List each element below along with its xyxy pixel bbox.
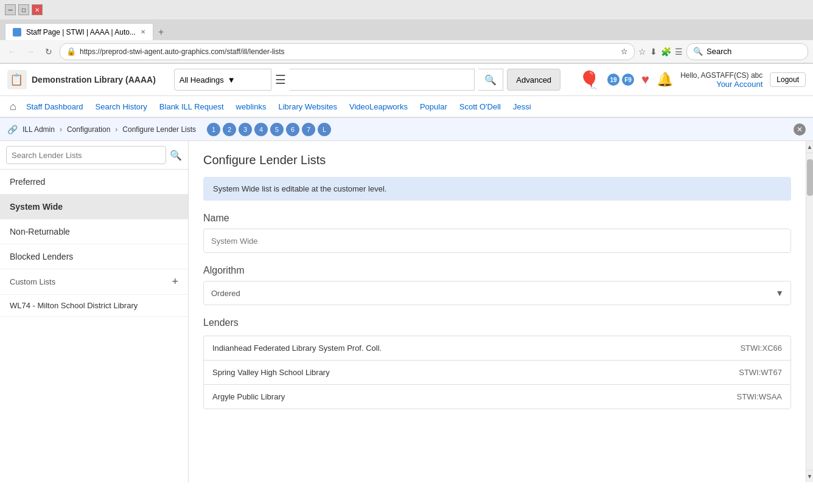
panel-title: Configure Lender Lists [203,153,791,167]
search-heading-label: All Headings [180,75,224,85]
scroll-up-button[interactable]: ▲ [806,141,814,153]
logout-button[interactable]: Logout [770,72,806,87]
algorithm-select-wrapper: Ordered ▼ [203,281,791,305]
sidebar-search-input[interactable] [6,146,166,164]
browser-search-bar[interactable]: 🔍 Search [686,43,808,60]
page-num-l[interactable]: L [318,123,331,136]
right-panel: Configure Lender Lists System Wide list … [189,141,806,482]
lender-code-2: STWI:WSAA [737,392,782,401]
app-header: 📋 Demonstration Library (AAAA) All Headi… [0,64,813,96]
sidebar-item-non-returnable[interactable]: Non-Returnable [0,219,188,244]
nav-item-search-history[interactable]: Search History [91,100,152,114]
close-button[interactable]: ✕ [32,4,43,15]
page-num-2[interactable]: 2 [223,123,236,136]
page-num-6[interactable]: 6 [286,123,299,136]
extensions-icon[interactable]: 🧩 [661,47,671,57]
nav-item-staff-dashboard[interactable]: Staff Dashboard [21,100,88,114]
sidebar-custom-section: Custom Lists + [0,269,188,295]
app-header-top: 📋 Demonstration Library (AAAA) All Headi… [0,64,813,95]
nav-item-videoleapworks[interactable]: VideoLeapworks [344,100,413,114]
sidebar-item-system-wide[interactable]: System Wide [0,195,188,219]
tabs-bar: Staff Page | STWI | AAAA | Auto... ✕ + [0,19,813,40]
browser-tab[interactable]: Staff Page | STWI | AAAA | Auto... ✕ [5,23,153,40]
page-num-5[interactable]: 5 [270,123,284,136]
lender-row-0: Indianhead Federated Library System Prof… [203,336,791,360]
header-right: 🎈 19 F9 ♥ 🔔 Hello, AGSTAFF(CS) abc Your … [579,70,806,90]
breadcrumb-bar: 🔗 ILL Admin › Configuration › Configure … [0,118,813,141]
app-nav: ⌂ Staff Dashboard Search History Blank I… [0,96,813,118]
lock-icon: 🔒 [66,47,76,56]
scroll-down-button[interactable]: ▼ [806,470,814,482]
f9-badge[interactable]: F9 [622,74,634,86]
title-bar-left: ─ □ ✕ [5,4,43,15]
scroll-thumb[interactable] [807,159,813,196]
sidebar: 🔍 Preferred System Wide Non-Returnable B… [0,141,189,482]
page-num-3[interactable]: 3 [239,123,252,136]
breadcrumb-close-button[interactable]: ✕ [794,123,806,136]
url-bar[interactable]: 🔒 https://preprod-stwi-agent.auto-graphi… [60,43,635,60]
balloon-icon: 🎈 [579,70,600,90]
lender-name-0: Indianhead Federated Library System Prof… [212,343,382,353]
nav-item-weblinks[interactable]: weblinks [231,100,271,114]
browser-chrome: ─ □ ✕ Staff Page | STWI | AAAA | Auto...… [0,0,813,64]
browser-search-label: Search [707,47,731,56]
sidebar-search: 🔍 [0,141,188,170]
breadcrumb-configure-lender-lists[interactable]: Configure Lender Lists [122,125,196,134]
heart-icon[interactable]: ♥ [641,72,649,88]
nav-item-jessi[interactable]: Jessi [508,100,536,114]
badge-group: 19 F9 [607,74,634,86]
breadcrumb-ill-admin[interactable]: ILL Admin [23,125,55,134]
app-title: Demonstration Library (AAAA) [32,75,156,85]
search-input[interactable] [290,69,475,91]
new-tab-button[interactable]: + [153,24,169,40]
lenders-table: Indianhead Federated Library System Prof… [203,336,791,409]
search-button[interactable]: 🔍 [478,69,503,91]
account-dropdown[interactable]: Your Account [680,80,762,89]
nav-item-popular[interactable]: Popular [415,100,452,114]
nav-item-blank-ill[interactable]: Blank ILL Request [155,100,229,114]
back-button[interactable]: ← [5,44,19,59]
tab-close-button[interactable]: ✕ [141,29,145,35]
sidebar-add-custom-button[interactable]: + [172,275,178,288]
sidebar-search-button[interactable]: 🔍 [170,150,182,161]
breadcrumb-configuration[interactable]: Configuration [67,125,110,134]
header-user-name: Hello, AGSTAFF(CS) abc [680,71,762,80]
stack-icon[interactable]: ☰ [275,72,286,87]
forward-button[interactable]: → [23,44,38,59]
search-heading-dropdown[interactable]: All Headings ▼ [174,69,271,91]
window-controls: ─ □ ✕ [5,4,43,15]
page-num-1[interactable]: 1 [207,123,220,136]
bell-icon[interactable]: 🔔 [657,72,673,88]
advanced-button[interactable]: Advanced [507,69,560,91]
home-nav-button[interactable]: ⌂ [7,98,19,116]
title-bar: ─ □ ✕ [0,0,813,19]
reload-button[interactable]: ↻ [41,44,56,59]
right-scrollbar[interactable]: ▲ ▼ [806,141,813,482]
download-icon[interactable]: ⬇ [650,47,657,57]
nav-item-library-websites[interactable]: Library Websites [273,100,342,114]
minimize-button[interactable]: ─ [5,4,16,15]
page-num-4[interactable]: 4 [254,123,268,136]
algorithm-select[interactable]: Ordered [203,281,791,305]
notification-badge[interactable]: 19 [607,74,619,86]
page-num-7[interactable]: 7 [302,123,315,136]
lender-name-2: Argyle Public Library [212,392,285,401]
chevron-down-icon: ▼ [228,75,236,85]
nav-item-scott-odell[interactable]: Scott O'Dell [455,100,506,114]
sidebar-item-preferred[interactable]: Preferred [0,170,188,195]
sidebar-item-blocked-lenders[interactable]: Blocked Lenders [0,244,188,269]
menu-icon[interactable]: ☰ [675,47,683,57]
info-banner: System Wide list is editable at the cust… [203,177,791,201]
maximize-button[interactable]: □ [18,4,29,15]
header-user: Hello, AGSTAFF(CS) abc Your Account [680,71,762,89]
scroll-track [806,153,814,470]
algorithm-field-label: Algorithm [203,265,791,276]
svg-text:📋: 📋 [10,73,24,86]
tab-label: Staff Page | STWI | AAAA | Auto... [26,28,136,36]
page-numbers: 1 2 3 4 5 6 7 L [207,123,331,136]
star-icon[interactable]: ☆ [621,47,628,56]
name-field-input[interactable] [203,229,791,253]
sidebar-custom-item-wl74[interactable]: WL74 - Milton School District Library [0,295,188,317]
app-logo: 📋 Demonstration Library (AAAA) [7,70,156,89]
bookmark-icon[interactable]: ☆ [638,47,646,57]
